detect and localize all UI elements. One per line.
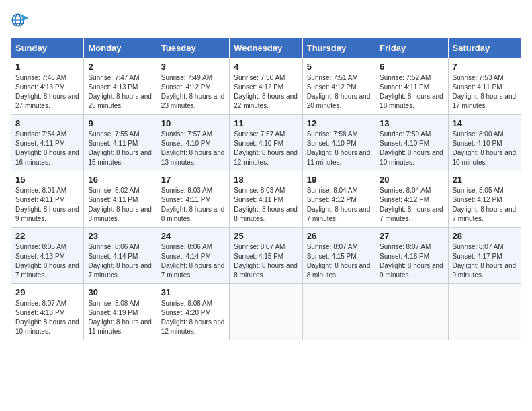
- calendar-week-row: 1Sunrise: 7:46 AMSunset: 4:13 PMDaylight…: [11, 58, 521, 115]
- calendar-cell: [230, 284, 302, 340]
- day-number: 20: [380, 175, 443, 185]
- day-number: 13: [380, 118, 443, 128]
- day-number: 26: [307, 231, 371, 241]
- calendar-cell: 28Sunrise: 8:07 AMSunset: 4:17 PMDayligh…: [448, 228, 521, 284]
- calendar-cell: 16Sunrise: 8:02 AMSunset: 4:11 PMDayligh…: [84, 171, 157, 228]
- calendar-cell: 5Sunrise: 7:51 AMSunset: 4:12 PMDaylight…: [302, 58, 375, 115]
- cell-info: Sunrise: 7:50 AMSunset: 4:12 PMDaylight:…: [234, 73, 298, 111]
- calendar-cell: 19Sunrise: 8:04 AMSunset: 4:12 PMDayligh…: [302, 171, 375, 228]
- day-number: 22: [15, 231, 79, 241]
- cell-info: Sunrise: 7:53 AMSunset: 4:11 PMDaylight:…: [453, 73, 517, 111]
- calendar-cell: 21Sunrise: 8:05 AMSunset: 4:12 PMDayligh…: [448, 171, 521, 228]
- cell-info: Sunrise: 8:07 AMSunset: 4:16 PMDaylight:…: [380, 242, 443, 280]
- cell-info: Sunrise: 8:05 AMSunset: 4:12 PMDaylight:…: [453, 186, 517, 224]
- calendar-cell: 11Sunrise: 7:57 AMSunset: 4:10 PMDayligh…: [230, 115, 302, 171]
- day-number: 14: [453, 118, 517, 128]
- day-number: 15: [15, 175, 79, 185]
- day-number: 12: [307, 118, 371, 128]
- calendar-cell: 4Sunrise: 7:50 AMSunset: 4:12 PMDaylight…: [230, 58, 302, 115]
- day-number: 1: [15, 62, 79, 72]
- calendar-cell: 14Sunrise: 8:00 AMSunset: 4:10 PMDayligh…: [448, 115, 521, 171]
- calendar-cell: 27Sunrise: 8:07 AMSunset: 4:16 PMDayligh…: [375, 228, 448, 284]
- calendar-cell: 31Sunrise: 8:08 AMSunset: 4:20 PMDayligh…: [157, 284, 229, 340]
- cell-info: Sunrise: 8:07 AMSunset: 4:15 PMDaylight:…: [307, 242, 371, 280]
- calendar-cell: 20Sunrise: 8:04 AMSunset: 4:12 PMDayligh…: [375, 171, 448, 228]
- cell-info: Sunrise: 8:06 AMSunset: 4:14 PMDaylight:…: [161, 242, 225, 280]
- cell-info: Sunrise: 8:03 AMSunset: 4:11 PMDaylight:…: [234, 186, 298, 224]
- calendar-cell: 13Sunrise: 7:59 AMSunset: 4:10 PMDayligh…: [375, 115, 448, 171]
- day-number: 29: [15, 287, 79, 298]
- cell-info: Sunrise: 8:00 AMSunset: 4:10 PMDaylight:…: [453, 130, 517, 167]
- logo: [11, 11, 32, 30]
- day-number: 17: [161, 175, 225, 185]
- calendar-cell: 30Sunrise: 8:08 AMSunset: 4:19 PMDayligh…: [84, 284, 157, 340]
- page-header: [11, 11, 521, 30]
- calendar-week-row: 15Sunrise: 8:01 AMSunset: 4:11 PMDayligh…: [11, 171, 521, 228]
- cell-info: Sunrise: 8:07 AMSunset: 4:17 PMDaylight:…: [453, 242, 517, 280]
- cell-info: Sunrise: 7:59 AMSunset: 4:10 PMDaylight:…: [380, 130, 443, 167]
- header-sunday: Sunday: [11, 38, 84, 58]
- day-number: 6: [380, 62, 443, 72]
- cell-info: Sunrise: 8:01 AMSunset: 4:11 PMDaylight:…: [15, 186, 79, 224]
- calendar-cell: 3Sunrise: 7:49 AMSunset: 4:12 PMDaylight…: [157, 58, 229, 115]
- cell-info: Sunrise: 8:05 AMSunset: 4:13 PMDaylight:…: [15, 242, 79, 280]
- cell-info: Sunrise: 7:57 AMSunset: 4:10 PMDaylight:…: [234, 130, 298, 167]
- day-number: 11: [234, 118, 298, 128]
- day-number: 3: [161, 62, 225, 72]
- day-number: 10: [161, 118, 225, 128]
- day-number: 9: [88, 118, 152, 128]
- header-thursday: Thursday: [302, 38, 375, 58]
- cell-info: Sunrise: 8:03 AMSunset: 4:11 PMDaylight:…: [161, 186, 225, 224]
- day-number: 27: [380, 231, 443, 241]
- calendar-cell: 10Sunrise: 7:57 AMSunset: 4:10 PMDayligh…: [157, 115, 229, 171]
- calendar-cell: [448, 284, 521, 340]
- calendar-cell: 18Sunrise: 8:03 AMSunset: 4:11 PMDayligh…: [230, 171, 302, 228]
- cell-info: Sunrise: 7:57 AMSunset: 4:10 PMDaylight:…: [161, 130, 225, 167]
- header-monday: Monday: [84, 38, 157, 58]
- cell-info: Sunrise: 8:08 AMSunset: 4:19 PMDaylight:…: [88, 299, 152, 336]
- day-number: 18: [234, 175, 298, 185]
- day-number: 2: [88, 62, 152, 72]
- cell-info: Sunrise: 8:04 AMSunset: 4:12 PMDaylight:…: [307, 186, 371, 224]
- cell-info: Sunrise: 7:51 AMSunset: 4:12 PMDaylight:…: [307, 73, 371, 111]
- header-wednesday: Wednesday: [230, 38, 302, 58]
- day-number: 21: [453, 175, 517, 185]
- calendar-week-row: 8Sunrise: 7:54 AMSunset: 4:11 PMDaylight…: [11, 115, 521, 171]
- cell-info: Sunrise: 7:52 AMSunset: 4:11 PMDaylight:…: [380, 73, 443, 111]
- calendar-cell: 26Sunrise: 8:07 AMSunset: 4:15 PMDayligh…: [302, 228, 375, 284]
- day-number: 24: [161, 231, 225, 241]
- day-number: 16: [88, 175, 152, 185]
- calendar-cell: 2Sunrise: 7:47 AMSunset: 4:13 PMDaylight…: [84, 58, 157, 115]
- calendar-cell: 6Sunrise: 7:52 AMSunset: 4:11 PMDaylight…: [375, 58, 448, 115]
- calendar-cell: 8Sunrise: 7:54 AMSunset: 4:11 PMDaylight…: [11, 115, 84, 171]
- day-number: 4: [234, 62, 298, 72]
- calendar-cell: 7Sunrise: 7:53 AMSunset: 4:11 PMDaylight…: [448, 58, 521, 115]
- calendar-cell: 22Sunrise: 8:05 AMSunset: 4:13 PMDayligh…: [11, 228, 84, 284]
- calendar-table: SundayMondayTuesdayWednesdayThursdayFrid…: [11, 38, 521, 340]
- day-number: 31: [161, 287, 225, 298]
- cell-info: Sunrise: 7:55 AMSunset: 4:11 PMDaylight:…: [88, 130, 152, 167]
- cell-info: Sunrise: 8:08 AMSunset: 4:20 PMDaylight:…: [161, 299, 225, 336]
- day-number: 28: [453, 231, 517, 241]
- calendar-cell: 15Sunrise: 8:01 AMSunset: 4:11 PMDayligh…: [11, 171, 84, 228]
- cell-info: Sunrise: 8:02 AMSunset: 4:11 PMDaylight:…: [88, 186, 152, 224]
- cell-info: Sunrise: 8:07 AMSunset: 4:15 PMDaylight:…: [234, 242, 298, 280]
- calendar-cell: 12Sunrise: 7:58 AMSunset: 4:10 PMDayligh…: [302, 115, 375, 171]
- cell-info: Sunrise: 7:54 AMSunset: 4:11 PMDaylight:…: [15, 130, 79, 167]
- calendar-header-row: SundayMondayTuesdayWednesdayThursdayFrid…: [11, 38, 521, 58]
- header-tuesday: Tuesday: [157, 38, 229, 58]
- day-number: 5: [307, 62, 371, 72]
- header-friday: Friday: [375, 38, 448, 58]
- day-number: 25: [234, 231, 298, 241]
- cell-info: Sunrise: 8:06 AMSunset: 4:14 PMDaylight:…: [88, 242, 152, 280]
- cell-info: Sunrise: 7:47 AMSunset: 4:13 PMDaylight:…: [88, 73, 152, 111]
- day-number: 8: [15, 118, 79, 128]
- calendar-cell: 23Sunrise: 8:06 AMSunset: 4:14 PMDayligh…: [84, 228, 157, 284]
- logo-icon: [11, 11, 30, 30]
- calendar-cell: 1Sunrise: 7:46 AMSunset: 4:13 PMDaylight…: [11, 58, 84, 115]
- calendar-week-row: 22Sunrise: 8:05 AMSunset: 4:13 PMDayligh…: [11, 228, 521, 284]
- calendar-cell: 25Sunrise: 8:07 AMSunset: 4:15 PMDayligh…: [230, 228, 302, 284]
- cell-info: Sunrise: 8:07 AMSunset: 4:18 PMDaylight:…: [15, 299, 79, 336]
- calendar-cell: 29Sunrise: 8:07 AMSunset: 4:18 PMDayligh…: [11, 284, 84, 340]
- calendar-cell: 9Sunrise: 7:55 AMSunset: 4:11 PMDaylight…: [84, 115, 157, 171]
